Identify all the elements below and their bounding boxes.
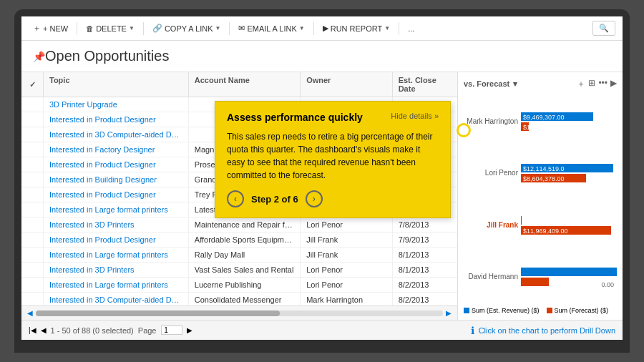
copy-caret: ▼ <box>215 25 221 31</box>
bar-red-jill[interactable]: $11,969,409.00 <box>521 226 611 235</box>
check-icon: ✓ <box>29 80 36 89</box>
legend-forecast-label: Sum (Forecast) ($) <box>555 307 609 314</box>
bar-group-lori: $12,114,519.0 $8,604,378.00 <box>521 164 617 182</box>
bar-label-forecast: $11,969,409.00 <box>521 228 570 235</box>
bar-red-mark[interactable]: $1,034,802.00 <box>521 122 529 131</box>
tooltip-prev-button[interactable]: ‹ <box>227 190 244 207</box>
email-caret: ▼ <box>299 25 305 31</box>
th-date[interactable]: Est. Close Date <box>392 72 457 97</box>
next-page-button[interactable]: ▶ <box>187 326 192 334</box>
chart-title: vs. Forecast ▾ <box>464 79 517 89</box>
th-check: ✓ <box>21 72 43 97</box>
chevron-down-icon: ▾ <box>513 79 517 88</box>
table-row[interactable]: Interested in Large format printers Rall… <box>21 248 457 263</box>
chart-header: vs. Forecast ▾ ＋ ⊞ ••• ▶ <box>464 78 617 90</box>
chart-area: Mark Harrington Lori Penor Jill Frank Da… <box>464 96 617 314</box>
status-left: |◀ ◀ 1 - 50 of 88 (0 selected) Page ▶ <box>29 326 192 335</box>
table-row[interactable]: Interested in 3D Computer-aided Design (… <box>21 293 457 305</box>
more-chart-icon[interactable]: ••• <box>598 78 608 90</box>
bar-row-revenue <box>521 268 617 276</box>
bar-label-revenue: $12,114,519.0 <box>521 165 567 172</box>
table-row[interactable]: Interested in Large format printers Luce… <box>21 278 457 293</box>
tooltip-overlay: Assess performance quickly Hide details … <box>215 101 451 218</box>
status-bar: |◀ ◀ 1 - 50 of 88 (0 selected) Page ▶ ℹ … <box>21 320 623 340</box>
right-panel: vs. Forecast ▾ ＋ ⊞ ••• ▶ <box>458 72 623 320</box>
table-row[interactable]: Interested in 3D Printers Maintenance an… <box>21 217 457 233</box>
bar-group-mark: $9,469,307.00 $1,034,802.00 <box>521 112 617 131</box>
run-report-icon: ▶ <box>323 24 328 33</box>
bar-row-revenue <box>521 216 617 225</box>
expand-chart-icon[interactable]: ⊞ <box>588 78 595 90</box>
scroll-right[interactable]: ▶ <box>446 309 452 317</box>
chart-bars-area: $9,469,307.00 $1,034,802.00 <box>521 96 617 303</box>
run-caret: ▼ <box>384 25 390 31</box>
scroll-left[interactable]: ◀ <box>27 309 33 317</box>
td-check <box>21 127 43 142</box>
delete-caret: ▼ <box>129 25 135 31</box>
legend-revenue: Sum (Est. Revenue) ($) <box>464 307 540 314</box>
search-button[interactable]: 🔍 <box>592 21 615 36</box>
bar-row-revenue: $12,114,519.0 <box>521 164 617 172</box>
page-label: Page <box>138 326 157 335</box>
nav-right-icon[interactable]: ▶ <box>610 78 617 90</box>
table-header: ✓ Topic Account Name Owner Est. Close Da… <box>21 72 457 97</box>
bar-blue-jill[interactable] <box>521 216 522 225</box>
th-account[interactable]: Account Name <box>188 72 300 97</box>
td-topic[interactable]: 3D Printer Upgrade <box>43 97 188 112</box>
add-chart-icon[interactable]: ＋ <box>577 78 585 90</box>
zero-label: 0.00 <box>601 281 614 288</box>
table-row[interactable]: Interested in 3D Printers Vast Sales Sal… <box>21 263 457 278</box>
tooltip-footer: ‹ Step 2 of 6 › <box>227 190 439 207</box>
laptop-frame: ＋ + NEW 🗑 DELETE ▼ 🔗 COPY A LINK ▼ ✉ EMA… <box>14 9 630 353</box>
prev-page-button[interactable]: ◀ <box>41 326 47 334</box>
tooltip-header: Assess performance quickly Hide details … <box>227 112 439 123</box>
owner-label-david: David Hermann <box>464 273 518 281</box>
step-indicator: Step 2 of 6 <box>251 194 298 205</box>
tooltip-next-button[interactable]: › <box>306 190 323 207</box>
td-topic[interactable]: Interested in 3D Computer-aided Design (… <box>43 127 188 142</box>
tooltip-body: This sales rep needs to retire a big per… <box>227 130 439 182</box>
bar-label-revenue: $9,469,307.00 <box>521 114 567 121</box>
horizontal-scrollbar[interactable] <box>36 310 443 316</box>
td-check <box>21 112 43 127</box>
page-header: 📌 Open Opportunities <box>21 41 623 72</box>
delete-icon: 🗑 <box>86 24 94 33</box>
page-input[interactable] <box>161 326 182 335</box>
email-icon: ✉ <box>238 24 245 33</box>
td-topic[interactable]: Interested in Product Designer <box>43 112 188 127</box>
chart-icons: ＋ ⊞ ••• ▶ <box>577 78 617 90</box>
main-content: ✓ Topic Account Name Owner Est. Close Da… <box>21 72 623 320</box>
bar-red-david[interactable] <box>521 278 549 286</box>
highlight-circle <box>457 123 471 137</box>
delete-button[interactable]: 🗑 DELETE ▼ <box>82 22 139 35</box>
more-button[interactable]: ... <box>404 22 419 35</box>
bar-red-lori[interactable]: $8,604,378.00 <box>521 174 586 182</box>
bar-blue-david[interactable] <box>521 268 617 276</box>
info-icon: ℹ <box>471 325 474 336</box>
legend-red-dot <box>547 308 552 313</box>
status-hint: Click on the chart to perform Drill Down <box>479 326 615 335</box>
run-report-button[interactable]: ▶ RUN REPORT ▼ <box>318 21 394 35</box>
table-row[interactable]: Interested in Product Designer Affordabl… <box>21 233 457 248</box>
toolbar: ＋ + NEW 🗑 DELETE ▼ 🔗 COPY A LINK ▼ ✉ EMA… <box>21 16 623 41</box>
tooltip-hide-button[interactable]: Hide details » <box>391 112 439 120</box>
pin-icon: 📌 <box>33 51 45 62</box>
bar-label-forecast: $1,034,802.00 <box>521 124 567 131</box>
bar-row-forecast: $8,604,378.00 <box>521 174 617 182</box>
copy-link-button[interactable]: 🔗 COPY A LINK ▼ <box>148 21 225 35</box>
copy-link-icon: 🔗 <box>152 24 162 33</box>
bar-blue-lori[interactable]: $12,114,519.0 <box>521 164 613 172</box>
new-icon: ＋ <box>33 23 41 34</box>
email-link-button[interactable]: ✉ EMAIL A LINK ▼ <box>234 21 308 35</box>
owner-label-mark: Mark Harrington <box>464 117 518 126</box>
chevron-left-icon: ‹ <box>234 194 237 204</box>
owner-label-lori: Lori Penor <box>464 169 518 177</box>
legend-forecast: Sum (Forecast) ($) <box>547 307 609 314</box>
bar-group-jill: $11,969,409.00 <box>521 216 617 235</box>
th-topic[interactable]: Topic <box>43 72 188 97</box>
td-check <box>21 97 43 112</box>
bar-blue-mark[interactable]: $9,469,307.00 <box>521 112 593 121</box>
th-owner[interactable]: Owner <box>300 72 391 97</box>
first-page-button[interactable]: |◀ <box>29 326 36 334</box>
new-button[interactable]: ＋ + NEW <box>29 21 72 36</box>
